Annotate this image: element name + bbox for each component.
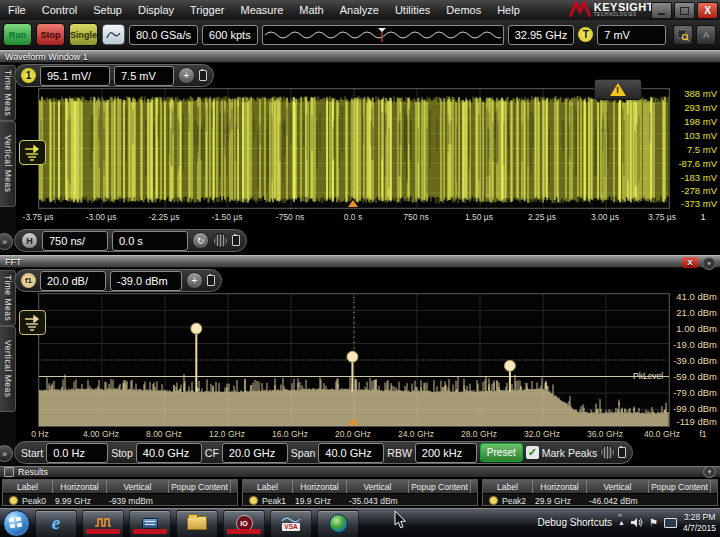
pin-icon[interactable]: [207, 275, 215, 286]
zoom-tool-icon[interactable]: [673, 25, 693, 45]
fft-scale-field[interactable]: 20.0 dB/: [40, 271, 106, 291]
column-header: Horizontal: [53, 480, 107, 493]
maximize-button[interactable]: [674, 2, 695, 19]
bandwidth-field[interactable]: 32.95 GHz: [508, 25, 575, 45]
taskbar-clock[interactable]: 3:28 PM 4/7/2015: [683, 512, 716, 533]
menu-analyze[interactable]: Analyze: [332, 4, 387, 16]
fft-display[interactable]: [38, 293, 670, 427]
menu-measure[interactable]: Measure: [232, 4, 291, 16]
sample-rate-field[interactable]: 80.0 GSa/s: [129, 25, 198, 45]
menu-setup[interactable]: Setup: [85, 4, 130, 16]
preset-button[interactable]: Preset: [480, 443, 523, 462]
results-header[interactable]: Results ▾: [0, 466, 720, 478]
mark-peaks-checkbox[interactable]: ✓: [526, 446, 539, 459]
waveform-setup-icon[interactable]: [102, 24, 125, 45]
vsa-app-icon[interactable]: VSA: [270, 510, 312, 537]
table-row[interactable]: Peak0 9.99 GHz -939 mdBm: [3, 494, 237, 507]
menu-display[interactable]: Display: [130, 4, 182, 16]
channel-axis-tag: 1: [701, 212, 706, 222]
globe-app-icon[interactable]: [317, 510, 359, 537]
pin-icon[interactable]: [232, 235, 240, 246]
stop-button[interactable]: Stop: [36, 23, 65, 46]
debug-shortcuts-toolbar[interactable]: Debug Shortcuts »: [538, 517, 613, 528]
acquisition-preview-strip[interactable]: [262, 25, 504, 45]
menu-help[interactable]: Help: [489, 4, 528, 16]
center-frequency-marker[interactable]: [348, 418, 358, 425]
acquisition-warning-button[interactable]: !: [594, 79, 642, 100]
display-icon[interactable]: [664, 518, 677, 528]
pk-level-label: PkLevel: [633, 371, 663, 381]
show-hidden-icons-button[interactable]: ▲: [618, 519, 625, 526]
scope-app-icon[interactable]: [82, 510, 124, 537]
trigger-level-field[interactable]: 7 mV: [597, 25, 666, 45]
y-tick-label: 198 mV: [684, 116, 717, 127]
horizontal-knob-icon[interactable]: [213, 233, 228, 248]
y-tick-label: 41.0 dBm: [676, 291, 717, 302]
stop-field[interactable]: 40.0 GHz: [136, 443, 202, 463]
channel1-ground-marker-icon[interactable]: [19, 140, 46, 165]
single-button[interactable]: Single: [69, 23, 98, 46]
run-button[interactable]: Run: [3, 23, 32, 46]
menu-demos[interactable]: Demos: [438, 4, 489, 16]
fft-offset-field[interactable]: -39.0 dBm: [110, 271, 182, 291]
minimize-button[interactable]: [651, 2, 672, 19]
horizontal-zoom-icon[interactable]: ↻: [192, 232, 209, 249]
fft-knob-icon[interactable]: [600, 445, 615, 460]
cf-field[interactable]: 20.0 GHz: [222, 443, 288, 463]
io-libraries-icon[interactable]: IO: [223, 510, 265, 537]
fft-function-badge[interactable]: f1: [21, 273, 36, 288]
add-channel-button[interactable]: +: [178, 67, 195, 84]
column-header: Vertical: [587, 480, 649, 493]
fft-tab-vertical-meas[interactable]: Vertical Meas: [0, 326, 16, 412]
volume-icon[interactable]: [631, 517, 643, 528]
folder-icon[interactable]: [176, 510, 218, 537]
horizontal-badge[interactable]: H: [21, 232, 38, 249]
analyzer-app-icon[interactable]: [129, 510, 171, 537]
timebase-position-field[interactable]: 0.0 s: [112, 231, 188, 251]
fft-collapse-chevron-icon[interactable]: ▾: [702, 257, 716, 270]
results-table-peak1: Label Horizontal Vertical Popup Content …: [242, 479, 478, 506]
x-tick-label: 8.00 GHz: [146, 429, 182, 439]
menu-math[interactable]: Math: [291, 4, 331, 16]
channel1-offset-field[interactable]: 7.5 mV: [114, 66, 174, 86]
fft-source-marker-icon[interactable]: [19, 310, 46, 335]
horizontal-controls: H 750 ns/ 0.0 s ↻: [14, 229, 247, 252]
table-row[interactable]: Peak1 19.9 GHz -35.043 dBm: [243, 494, 477, 507]
pin-icon[interactable]: [199, 70, 207, 81]
menu-trigger[interactable]: Trigger: [182, 4, 232, 16]
channel1-badge[interactable]: 1: [21, 68, 36, 83]
pin-icon[interactable]: [618, 447, 626, 458]
fft-add-button[interactable]: +: [186, 272, 203, 289]
trigger-badge[interactable]: T: [578, 27, 593, 42]
start-button[interactable]: [3, 510, 30, 537]
close-button[interactable]: X: [697, 2, 718, 19]
trigger-time-marker[interactable]: [348, 200, 358, 207]
tab-vertical-meas[interactable]: Vertical Meas: [0, 121, 16, 207]
toolbar-overflow-chevron-icon[interactable]: »: [618, 511, 622, 520]
memory-depth-field[interactable]: 600 kpts: [202, 25, 258, 45]
start-field[interactable]: 0.0 Hz: [46, 443, 108, 463]
peak-color-dot: [9, 496, 18, 505]
waveform-window-titlebar[interactable]: Waveform Window 1: [0, 50, 720, 63]
menu-control[interactable]: Control: [34, 4, 85, 16]
x-tick-label: 750 ns: [403, 212, 429, 222]
action-center-flag-icon[interactable]: ⚑: [649, 517, 658, 528]
menu-file[interactable]: File: [0, 4, 34, 16]
waveform-display[interactable]: [38, 88, 670, 209]
fft-titlebar[interactable]: FFT X ▾: [0, 255, 720, 268]
table-row[interactable]: Peak2 29.9 GHz -46.042 dBm: [483, 494, 717, 507]
channel1-scale-field[interactable]: 95.1 mV/: [40, 66, 110, 86]
y-tick-label: -373 mV: [681, 198, 717, 209]
span-field[interactable]: 40.0 GHz: [318, 443, 384, 463]
rbw-field[interactable]: 200 kHz: [415, 443, 477, 463]
column-header: Horizontal: [293, 480, 347, 493]
menu-utilities[interactable]: Utilities: [387, 4, 438, 16]
waveform-x-axis: -3.75 µs -3.00 µs -2.25 µs -1.50 µs -750…: [0, 212, 720, 224]
results-collapse-chevron-icon[interactable]: ▾: [703, 466, 716, 478]
annotation-tool-icon[interactable]: A: [696, 25, 716, 45]
internet-explorer-icon[interactable]: e: [35, 510, 77, 537]
y-tick-label: 293 mV: [684, 102, 717, 113]
timebase-scale-field[interactable]: 750 ns/: [42, 231, 108, 251]
fft-close-button[interactable]: X: [682, 257, 698, 268]
fft-x-axis: 0 Hz 4.00 GHz 8.00 GHz 12.0 GHz 16.0 GHz…: [0, 429, 720, 441]
